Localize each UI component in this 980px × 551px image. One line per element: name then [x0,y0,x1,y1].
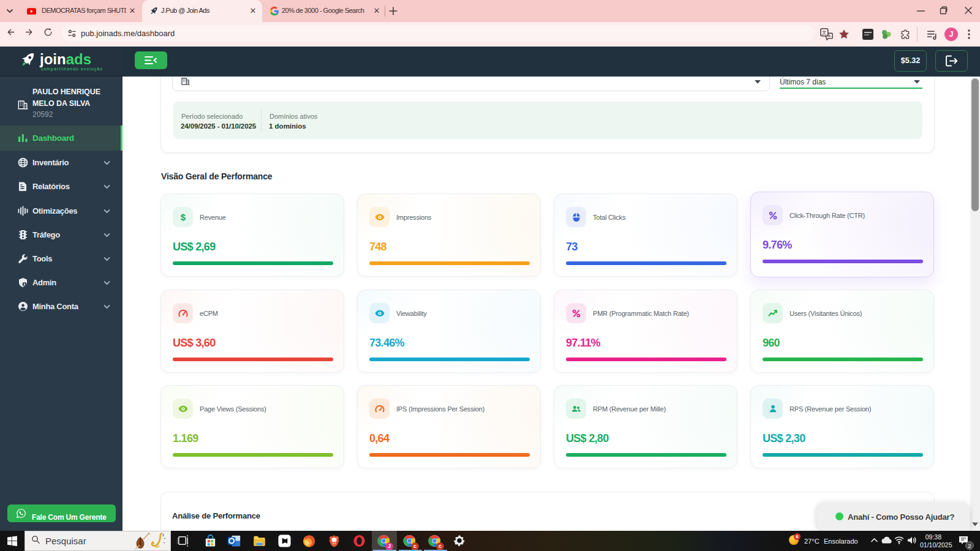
svg-text:$: $ [180,212,186,222]
svg-text:A: A [827,33,831,39]
svg-text:文: 文 [822,30,827,36]
